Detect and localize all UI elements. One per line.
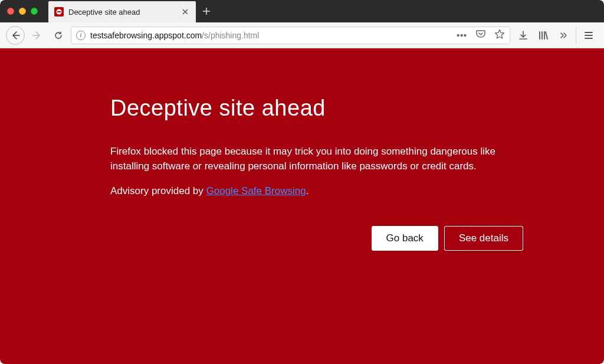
browser-window: Deceptive site ahead i testsafebrowsing.… bbox=[0, 0, 604, 364]
address-bar[interactable]: i testsafebrowsing.appspot.com/s/phishin… bbox=[71, 27, 510, 44]
addressbar-actions: ••• bbox=[457, 29, 505, 41]
url-path: /s/phishing.html bbox=[202, 31, 259, 40]
library-icon[interactable] bbox=[534, 27, 553, 44]
svg-rect-1 bbox=[57, 11, 61, 12]
warning-advisory: Advisory provided by Google Safe Browsin… bbox=[110, 184, 532, 199]
advisory-suffix: . bbox=[306, 185, 309, 196]
page-content: Deceptive site ahead Firefox blocked thi… bbox=[0, 48, 604, 364]
window-maximize-button[interactable] bbox=[31, 8, 38, 15]
window-minimize-button[interactable] bbox=[19, 8, 26, 15]
tab-close-button[interactable] bbox=[180, 7, 190, 17]
warning-actions: Go back See details bbox=[110, 226, 532, 251]
warning-description: Firefox blocked this page because it may… bbox=[110, 145, 532, 173]
titlebar: Deceptive site ahead bbox=[0, 0, 604, 22]
warning-title: Deceptive site ahead bbox=[110, 96, 532, 121]
page-actions-icon[interactable]: ••• bbox=[457, 31, 467, 40]
forward-button[interactable] bbox=[28, 27, 46, 44]
see-details-button[interactable]: See details bbox=[444, 226, 523, 251]
advisory-prefix: Advisory provided by bbox=[110, 185, 206, 196]
warning-favicon-icon bbox=[54, 7, 64, 17]
back-button[interactable] bbox=[6, 26, 25, 45]
pocket-icon[interactable] bbox=[475, 29, 486, 41]
toolbar-divider bbox=[576, 27, 576, 44]
new-tab-button[interactable] bbox=[196, 0, 217, 22]
advisory-link[interactable]: Google Safe Browsing bbox=[206, 185, 306, 196]
go-back-button[interactable]: Go back bbox=[372, 226, 438, 251]
toolbar-right-icons bbox=[514, 27, 598, 44]
active-tab[interactable]: Deceptive site ahead bbox=[48, 1, 196, 22]
site-info-icon[interactable]: i bbox=[76, 31, 86, 40]
url-text: testsafebrowsing.appspot.com/s/phishing.… bbox=[90, 31, 452, 40]
url-domain: testsafebrowsing.appspot.com bbox=[90, 31, 202, 40]
warning-container: Deceptive site ahead Firefox blocked thi… bbox=[60, 96, 544, 251]
window-close-button[interactable] bbox=[7, 8, 14, 15]
toolbar: i testsafebrowsing.appspot.com/s/phishin… bbox=[0, 22, 604, 48]
window-controls bbox=[7, 0, 48, 22]
overflow-icon[interactable] bbox=[554, 27, 573, 44]
menu-icon[interactable] bbox=[579, 27, 598, 44]
downloads-icon[interactable] bbox=[514, 27, 533, 44]
bookmark-star-icon[interactable] bbox=[494, 29, 505, 41]
tab-title: Deceptive site ahead bbox=[68, 8, 176, 17]
reload-button[interactable] bbox=[50, 27, 67, 44]
